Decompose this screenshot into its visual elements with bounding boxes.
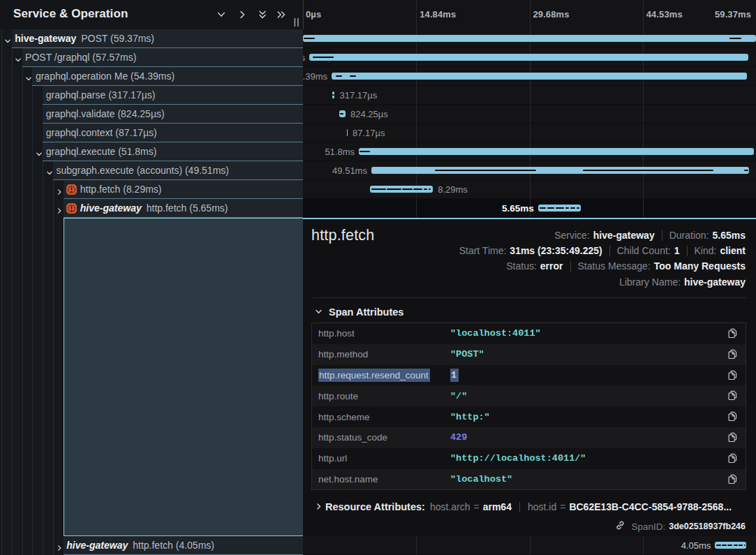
overview-label: Child Count:: [617, 245, 671, 256]
collapse-children-icon[interactable]: [216, 10, 226, 20]
span-detail-title: http.fetch: [311, 227, 374, 244]
span-tree-row[interactable]: graphql.operation Me (54.39ms): [0, 67, 303, 86]
span-tree-row[interactable]: graphql.validate (824.25µs): [0, 105, 303, 124]
span-bar[interactable]: [347, 129, 348, 136]
chevron-down-icon[interactable]: [4, 36, 11, 43]
chevron-right-icon[interactable]: [56, 186, 63, 193]
timeline-row[interactable]: 87.17µs: [303, 124, 756, 142]
span-tree-row[interactable]: http.fetch (8.29ms): [0, 180, 303, 199]
copy-icon[interactable]: [727, 432, 738, 443]
span-duration-label: 49.51ms: [303, 165, 367, 176]
chevron-right-icon[interactable]: [56, 542, 63, 549]
timeline-row[interactable]: 8.29ms: [303, 180, 756, 199]
timeline-row[interactable]: 317.17µs: [303, 86, 756, 105]
chevron-down-icon[interactable]: [46, 168, 53, 175]
span-name: http.fetch (8.29ms): [80, 184, 162, 195]
attribute-row: http.route"/": [312, 385, 746, 406]
attribute-value: "http:": [450, 412, 490, 422]
expand-all-icon[interactable]: [276, 10, 286, 20]
span-tree-row[interactable]: hive-gatewayPOST (59.37ms): [0, 29, 303, 48]
span-bar[interactable]: [332, 73, 747, 80]
overview-value: 1: [674, 245, 680, 256]
span-bar[interactable]: [359, 148, 754, 155]
overview-value: hive-gateway: [593, 230, 655, 241]
chevron-down-icon[interactable]: [15, 54, 22, 61]
attribute-key: http.method: [312, 349, 450, 360]
attribute-row: http.method"POST": [312, 344, 746, 365]
overview-label: Library Name:: [619, 276, 681, 288]
timeline-row[interactable]: 57.57ms: [303, 48, 756, 67]
span-tree-row[interactable]: subgraph.execute (accounts) (49.51ms): [0, 161, 303, 180]
ruler-tick-label: 44.53ms: [646, 9, 683, 20]
overview-line: Status:errorStatus Message:Too Many Requ…: [459, 258, 746, 274]
resource-equals: =: [473, 501, 479, 512]
ruler-tick-label: 0µs: [306, 9, 321, 20]
indent-guides: [0, 180, 64, 199]
resource-attributes-accordion[interactable]: Resource Attributes: host.arch=arm64host…: [315, 500, 732, 514]
chevron-right-icon[interactable]: [56, 205, 63, 212]
critical-path-segment: [583, 170, 713, 172]
collapse-all-icon[interactable]: [258, 10, 267, 20]
span-name: graphql.operation Me (54.39ms): [36, 71, 175, 82]
copy-icon[interactable]: [727, 453, 738, 464]
span-attributes-accordion[interactable]: Span Attributes: [315, 306, 403, 318]
error-icon: [66, 184, 77, 195]
chevron-down-icon[interactable]: [25, 73, 32, 80]
span-bar[interactable]: [303, 35, 756, 42]
expand-children-icon[interactable]: [237, 10, 247, 20]
span-bar[interactable]: [309, 54, 748, 61]
timeline-row[interactable]: 49.51ms: [303, 161, 756, 180]
span-tree-row[interactable]: graphql.execute (51.8ms): [0, 142, 303, 161]
timeline-row[interactable]: 51.8ms: [303, 142, 756, 161]
critical-path-segment: [360, 151, 370, 153]
overview-value: Too Many Requests: [654, 260, 746, 272]
span-duration-label: 57.57ms: [303, 52, 305, 63]
span-tree-row[interactable]: graphql.context (87.17µs): [0, 124, 303, 142]
copy-icon[interactable]: [727, 474, 738, 484]
overview-label: Service:: [554, 230, 590, 241]
copy-icon[interactable]: [727, 390, 738, 401]
span-name: hive-gatewayhttp.fetch (5.65ms): [80, 202, 228, 214]
overview-separator: [662, 230, 662, 241]
critical-path-segment: [304, 38, 315, 40]
copy-icon[interactable]: [727, 328, 738, 339]
trace-viewer: 0µs14.84ms29.68ms44.53ms59.37ms 59.37ms5…: [0, 0, 756, 555]
attribute-row: http.scheme"http:": [312, 406, 746, 427]
attribute-value: "/": [450, 391, 467, 401]
span-name: hive-gatewayPOST (59.37ms): [15, 33, 154, 44]
link-icon[interactable]: [615, 520, 625, 533]
timeline-row[interactable]: 4.05ms: [303, 536, 756, 555]
attribute-row: http.request.resend_count1: [312, 365, 746, 386]
resource-key: host.arch: [430, 501, 470, 512]
span-id-value: 3de02518937fb246: [669, 521, 746, 531]
span-overview: Service:hive-gatewayDuration:5.65msStart…: [459, 228, 746, 290]
span-tree-row[interactable]: graphql.parse (317.17µs): [0, 86, 303, 105]
overview-label: Kind:: [695, 245, 717, 256]
span-tree-row[interactable]: POST /graphql (57.57ms): [0, 48, 303, 67]
span-name: graphql.execute (51.8ms): [46, 146, 157, 157]
span-duration-label: 317.17µs: [339, 90, 377, 101]
timeline-row[interactable]: 54.39ms: [303, 67, 756, 86]
copy-icon[interactable]: [727, 349, 738, 360]
resource-equals: =: [560, 501, 565, 512]
critical-path-segment: [547, 207, 554, 209]
timeline-row[interactable]: 824.25µs: [303, 105, 756, 124]
indent-guides: [0, 536, 64, 555]
resource-value: BC62E13B-C4CC-5854-9788-2568...: [569, 501, 732, 512]
resource-separator: [519, 502, 520, 512]
critical-path-segment: [729, 38, 741, 40]
overview-separator: [609, 246, 610, 256]
chevron-down-icon[interactable]: [36, 149, 43, 156]
span-duration-label: 54.39ms: [303, 71, 327, 82]
resource-key: host.id: [528, 501, 556, 512]
attribute-value: "localhost": [450, 474, 512, 484]
detail-row-indent: [0, 218, 64, 536]
timeline-row[interactable]: 59.37ms: [303, 29, 756, 48]
copy-icon[interactable]: [727, 411, 738, 422]
panel-splitter-grip[interactable]: [293, 17, 300, 27]
timeline-row[interactable]: 5.65ms: [303, 199, 756, 218]
copy-icon[interactable]: [727, 370, 738, 380]
span-tree-row-selected[interactable]: hive-gatewayhttp.fetch (5.65ms): [0, 199, 303, 218]
span-duration-label: 4.05ms: [627, 540, 711, 551]
span-tree-row[interactable]: hive-gatewayhttp.fetch (4.05ms): [0, 536, 303, 555]
